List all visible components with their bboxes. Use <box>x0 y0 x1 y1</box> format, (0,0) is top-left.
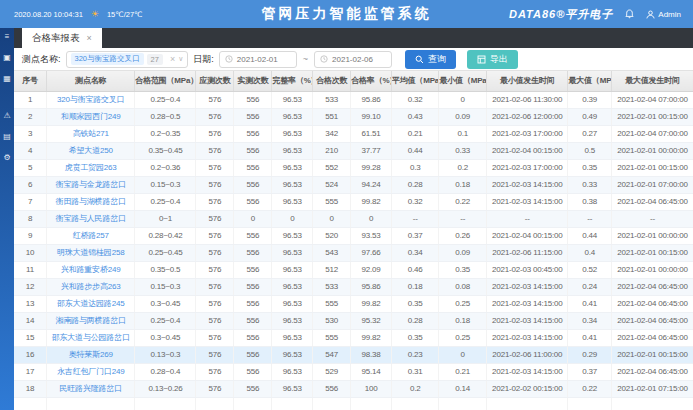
table-row[interactable]: 15邵东大道与公园路岔口0.3~0.4557655696.5355599.820… <box>14 329 693 346</box>
monitor-icon[interactable]: ▣ <box>3 54 11 62</box>
table-cell: 555 <box>313 295 351 312</box>
date-to-value: 2021-02-06 <box>332 55 373 64</box>
chart-icon[interactable]: ▦ <box>3 75 11 83</box>
table-cell: 0.28~0.4 <box>135 363 196 380</box>
table-cell: 556 <box>234 295 272 312</box>
site-name-cell[interactable]: 衡田路与湖横路岔口 <box>47 193 135 210</box>
table-cell: 0.22 <box>439 193 487 210</box>
column-header: 序号 <box>14 71 47 91</box>
site-name-cell[interactable]: 兴和路步步高263 <box>47 278 135 295</box>
table-cell: 0.46 <box>391 261 439 278</box>
table-cell: 576 <box>196 159 234 176</box>
table-cell: 2021-02-03 14:15:00 <box>487 176 568 193</box>
site-name-cell[interactable]: 和顺家园西门249 <box>47 108 135 125</box>
site-name-cell[interactable]: 邵东大道与公园路岔口 <box>47 329 135 346</box>
table-row[interactable]: 13邵东大道达园路2450.3~0.4557655696.5355599.820… <box>14 295 693 312</box>
table-cell: 95.32 <box>351 312 392 329</box>
table-row[interactable]: 17永吉红包厂门口2490.28~0.457655696.5352995.140… <box>14 363 693 380</box>
table-cell <box>611 397 693 410</box>
table-row[interactable]: 4希望大道2500.35~0.4557655696.5321037.770.44… <box>14 142 693 159</box>
table-cell <box>391 397 439 410</box>
table-cell: 0~1 <box>135 210 196 227</box>
site-name-cell[interactable]: 湘南路与两横路岔口 <box>47 312 135 329</box>
site-name-cell[interactable]: 希望大道250 <box>47 142 135 159</box>
table-cell: 0.27 <box>568 125 611 142</box>
table-row[interactable]: 3高铁站2710.2~0.3557655696.5334261.510.210.… <box>14 125 693 142</box>
table-cell: 0.28 <box>391 176 439 193</box>
date-to-input[interactable]: 2021-02-06 <box>314 51 392 68</box>
table-row[interactable]: 9红桥路2570.28~0.4257655696.5352093.530.370… <box>14 227 693 244</box>
site-name-cell[interactable]: 320与衡宝路交叉口 <box>47 91 135 108</box>
menu-icon[interactable]: ≡ <box>5 33 10 41</box>
table-cell: 524 <box>313 176 351 193</box>
settings-icon[interactable]: ⚙ <box>3 154 10 162</box>
table-row[interactable]: 11兴和路重安桥2490.35~0.557655696.5351292.090.… <box>14 261 693 278</box>
site-name-cell[interactable]: 高铁站271 <box>47 125 135 142</box>
alarm-icon[interactable]: ⚠ <box>3 112 10 120</box>
table-cell: 547 <box>313 346 351 363</box>
column-header: 平均值（MPa） <box>391 71 439 91</box>
table-row[interactable]: 10明珠大道锦桂园2580.25~0.4557655696.5354397.66… <box>14 244 693 261</box>
table-row[interactable]: 1320与衡宝路交叉口0.25~0.457655696.5353395.860.… <box>14 91 693 108</box>
table-cell: 342 <box>313 125 351 142</box>
site-name-cell[interactable]: 明珠大道锦桂园258 <box>47 244 135 261</box>
chevron-down-icon[interactable]: ∨ <box>178 55 183 63</box>
table-row[interactable]: 5虎贲工贸园2630.2~0.3657655696.5355299.280.30… <box>14 159 693 176</box>
table-cell: 12 <box>14 278 47 295</box>
table-cell: 2021-02-04 06:45:00 <box>611 329 693 346</box>
table-row[interactable] <box>14 397 693 410</box>
table-row[interactable]: 7衡田路与湖横路岔口0.25~0.457655696.5355599.820.3… <box>14 193 693 210</box>
site-name-cell[interactable]: 民旺路兴隆路岔口 <box>47 380 135 397</box>
bell-icon[interactable] <box>625 9 634 19</box>
clock-icon <box>320 55 328 63</box>
table-cell: 556 <box>234 91 272 108</box>
table-cell: 512 <box>313 261 351 278</box>
site-name-cell[interactable]: 衡宝路与人民路岔口 <box>47 210 135 227</box>
table-cell: 2021-02-06 11:15:00 <box>487 244 568 261</box>
selected-site-tag[interactable]: 320与衡宝路交叉口 <box>71 53 144 65</box>
site-name-cell[interactable]: 虎贲工贸园263 <box>47 159 135 176</box>
table-row[interactable]: 16奥特莱斯2690.13~0.357655696.5354798.380.23… <box>14 346 693 363</box>
site-name-cell[interactable]: 永吉红包厂门口249 <box>47 363 135 380</box>
tab-qualified-rate-report[interactable]: 合格率报表 × <box>22 28 102 48</box>
table-cell: 0.41 <box>568 329 611 346</box>
report-icon[interactable]: ▤ <box>3 133 11 141</box>
tab-close-icon[interactable]: × <box>87 33 92 43</box>
table-row[interactable]: 14湘南路与两横路岔口0.25~0.457655696.5353095.320.… <box>14 312 693 329</box>
table-cell: 0.21 <box>391 125 439 142</box>
table-row[interactable]: 8衡宝路与人民路岔口0~15760000---------- <box>14 210 693 227</box>
table-cell: 2021-02-01 00:00:00 <box>611 227 693 244</box>
site-name-cell[interactable]: 兴和路重安桥249 <box>47 261 135 278</box>
table-cell: 555 <box>313 193 351 210</box>
site-name-cell[interactable]: 衡宝路与金龙路岔口 <box>47 176 135 193</box>
table-cell: 92.09 <box>351 261 392 278</box>
site-name-cell[interactable]: 红桥路257 <box>47 227 135 244</box>
table-cell: -- <box>487 210 568 227</box>
table-cell: 8 <box>14 210 47 227</box>
site-name-cell[interactable]: 奥特莱斯269 <box>47 346 135 363</box>
table-cell: 576 <box>196 295 234 312</box>
column-header: 最大值（MPa） <box>568 71 611 91</box>
table-cell: 0.3~0.45 <box>135 295 196 312</box>
site-name-cell[interactable]: 邵东大道达园路245 <box>47 295 135 312</box>
export-button[interactable]: 导出 <box>467 50 518 69</box>
site-select[interactable]: 320与衡宝路交叉口 27 × ∨ <box>66 51 189 68</box>
table-cell: 576 <box>196 210 234 227</box>
date-from-input[interactable]: 2021-02-01 <box>219 51 297 68</box>
table-cell: 0.43 <box>391 108 439 125</box>
username: Admin <box>658 10 681 19</box>
user-menu[interactable]: Admin <box>646 10 681 19</box>
table-cell: -- <box>439 210 487 227</box>
site-name-cell[interactable] <box>47 397 135 410</box>
table-row[interactable]: 6衡宝路与金龙路岔口0.15~0.357655696.5352494.240.2… <box>14 176 693 193</box>
table-row[interactable]: 2和顺家园西门2490.28~0.557655696.5355199.100.4… <box>14 108 693 125</box>
table-cell: 0.5 <box>568 142 611 159</box>
table-row[interactable]: 18民旺路兴隆路岔口0.13~0.2657655696.535561000.20… <box>14 380 693 397</box>
query-button[interactable]: 查询 <box>405 50 456 69</box>
table-row[interactable]: 12兴和路步步高2630.15~0.357655696.5353395.860.… <box>14 278 693 295</box>
table-cell: 37.77 <box>351 142 392 159</box>
table-cell: 2021-02-03 17:00:00 <box>487 125 568 142</box>
table-cell: 533 <box>313 91 351 108</box>
clear-icon[interactable]: × <box>170 54 175 64</box>
column-header: 最小值发生时间 <box>487 71 568 91</box>
